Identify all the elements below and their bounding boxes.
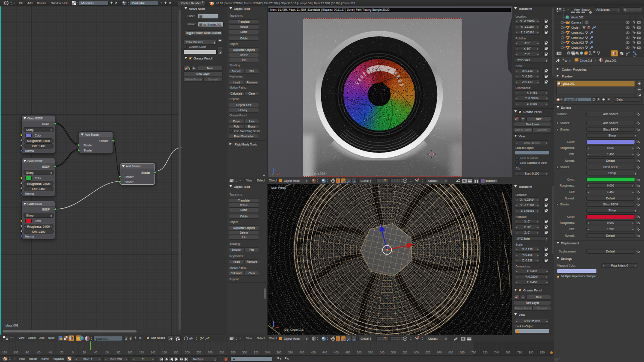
- svg-text:560: 560: [391, 351, 396, 354]
- svg-text:-80: -80: [25, 351, 29, 354]
- svg-text:▸: ▸: [569, 59, 571, 62]
- svg-text:160: 160: [162, 351, 167, 354]
- svg-text:glass.001: glass.001: [605, 59, 617, 62]
- svg-text:-40: -40: [48, 351, 52, 354]
- svg-text:z: z: [274, 321, 276, 323]
- svg-text:420: 420: [311, 351, 316, 354]
- svg-text:280: 280: [231, 351, 236, 354]
- svg-text:340: 340: [265, 351, 270, 354]
- svg-text:800: 800: [529, 351, 534, 354]
- svg-text:|: |: [581, 46, 582, 50]
- svg-text:240: 240: [208, 351, 213, 354]
- svg-text:640: 640: [437, 351, 442, 354]
- svg-text:z: z: [274, 168, 276, 171]
- svg-text:720: 720: [483, 351, 488, 354]
- svg-text:|: |: [582, 21, 583, 24]
- svg-text:0: 0: [72, 351, 74, 354]
- svg-text:700: 700: [471, 351, 476, 354]
- svg-text:740: 740: [494, 351, 499, 354]
- svg-text:200: 200: [185, 351, 190, 354]
- svg-text:580: 580: [402, 351, 407, 354]
- svg-text:|: |: [581, 31, 582, 35]
- svg-text:-100: -100: [13, 351, 18, 354]
- svg-text:520: 520: [368, 351, 373, 354]
- svg-text:|: |: [579, 26, 580, 30]
- svg-text:-60: -60: [36, 351, 41, 354]
- svg-text:320: 320: [254, 351, 259, 354]
- svg-text:Circle.018: Circle.018: [580, 59, 593, 62]
- svg-text:780: 780: [517, 351, 522, 354]
- svg-text:80: 80: [117, 351, 120, 354]
- svg-text:Circle: Circle: [571, 26, 578, 29]
- svg-text:-20: -20: [59, 351, 63, 354]
- svg-text:20: 20: [83, 351, 86, 354]
- svg-text:460: 460: [334, 351, 339, 354]
- svg-text:180: 180: [173, 351, 178, 354]
- svg-text:820: 820: [540, 351, 545, 354]
- svg-text:260: 260: [219, 351, 224, 354]
- svg-text:140: 140: [151, 351, 155, 354]
- svg-text:380: 380: [288, 351, 293, 354]
- svg-text:220: 220: [197, 351, 201, 354]
- svg-text:|: |: [581, 41, 582, 45]
- svg-text:▸: ▸: [595, 59, 596, 62]
- svg-text:|: |: [581, 36, 582, 40]
- svg-text:680: 680: [460, 351, 465, 354]
- svg-text:World.002: World.002: [571, 16, 584, 19]
- svg-text:Camera: Camera: [571, 21, 581, 24]
- svg-text:40: 40: [94, 351, 98, 354]
- svg-text:60: 60: [106, 351, 109, 354]
- svg-text:600: 600: [414, 351, 419, 354]
- svg-text:300: 300: [242, 351, 247, 354]
- svg-text:500: 500: [357, 351, 361, 354]
- svg-text:440: 440: [322, 351, 327, 354]
- svg-text:-120: -120: [1, 351, 7, 354]
- svg-text:760: 760: [506, 351, 510, 354]
- svg-text:x: x: [279, 172, 280, 175]
- svg-text:100: 100: [128, 351, 132, 354]
- svg-text:620: 620: [426, 351, 430, 354]
- svg-text:540: 540: [380, 351, 385, 354]
- svg-text:400: 400: [300, 351, 304, 354]
- svg-text:360: 360: [277, 351, 281, 354]
- svg-text:660: 660: [448, 351, 453, 354]
- svg-text:480: 480: [346, 351, 350, 354]
- svg-text:120: 120: [139, 351, 144, 354]
